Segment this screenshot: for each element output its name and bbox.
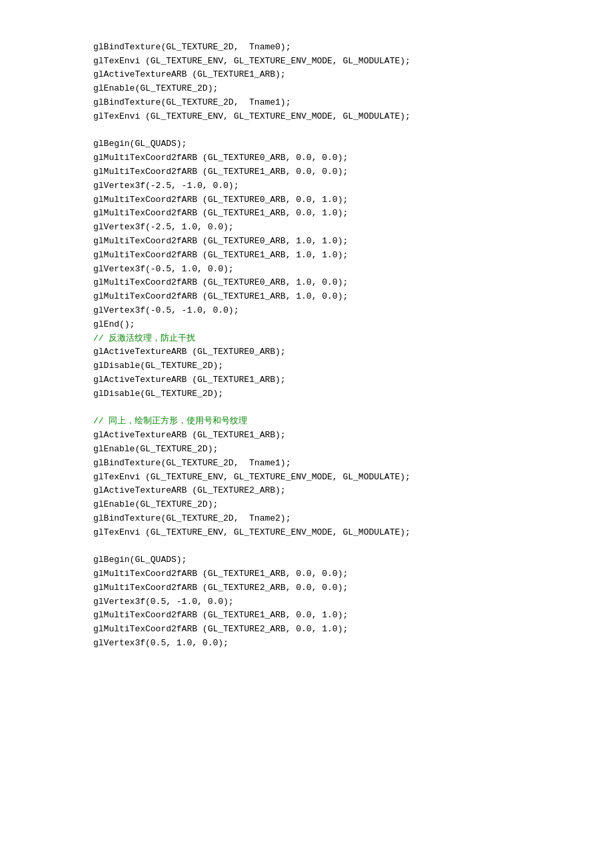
code-normal-line: glMultiTexCoord2fARB (GL_TEXTURE1_ARB, 0… <box>93 567 613 581</box>
code-normal-line: glMultiTexCoord2fARB (GL_TEXTURE2_ARB, 0… <box>93 623 613 637</box>
code-normal-line: glMultiTexCoord2fARB (GL_TEXTURE1_ARB, 0… <box>93 207 613 221</box>
blank-line <box>93 401 613 415</box>
code-normal-line: glEnd(); <box>93 318 613 332</box>
code-normal-line: glActiveTextureARB (GL_TEXTURE1_ARB); <box>93 373 613 387</box>
code-normal-line: glMultiTexCoord2fARB (GL_TEXTURE1_ARB, 0… <box>93 609 613 623</box>
code-normal-line: glActiveTextureARB (GL_TEXTURE1_ARB); <box>93 429 613 443</box>
code-normal-line: glBindTexture(GL_TEXTURE_2D, Tname0); <box>93 41 613 55</box>
code-normal-line: glVertex3f(-2.5, -1.0, 0.0); <box>93 179 613 193</box>
code-normal-line: glTexEnvi (GL_TEXTURE_ENV, GL_TEXTURE_EN… <box>93 110 613 124</box>
code-normal-line: glEnable(GL_TEXTURE_2D); <box>93 443 613 457</box>
code-normal-line: glMultiTexCoord2fARB (GL_TEXTURE2_ARB, 0… <box>93 581 613 595</box>
code-normal-line: glBindTexture(GL_TEXTURE_2D, Tname1); <box>93 96 613 110</box>
code-normal-line: glActiveTextureARB (GL_TEXTURE2_ARB); <box>93 484 613 498</box>
code-comment-line: // 反激活纹理，防止干扰 <box>93 332 613 346</box>
code-normal-line: glMultiTexCoord2fARB (GL_TEXTURE1_ARB, 0… <box>93 165 613 179</box>
blank-line <box>93 124 613 138</box>
blank-line <box>93 539 613 553</box>
code-normal-line: glVertex3f(-0.5, -1.0, 0.0); <box>93 304 613 318</box>
code-normal-line: glBegin(GL_QUADS); <box>93 137 613 151</box>
code-normal-line: glVertex3f(-2.5, 1.0, 0.0); <box>93 221 613 235</box>
code-normal-line: glBegin(GL_QUADS); <box>93 553 613 567</box>
code-normal-line: glBindTexture(GL_TEXTURE_2D, Tname2); <box>93 512 613 526</box>
code-container: glBindTexture(GL_TEXTURE_2D, Tname0);glT… <box>93 27 613 651</box>
code-normal-line: glActiveTextureARB (GL_TEXTURE0_ARB); <box>93 345 613 359</box>
code-normal-line: glTexEnvi (GL_TEXTURE_ENV, GL_TEXTURE_EN… <box>93 471 613 485</box>
code-normal-line: glMultiTexCoord2fARB (GL_TEXTURE1_ARB, 1… <box>93 290 613 304</box>
code-normal-line: glMultiTexCoord2fARB (GL_TEXTURE0_ARB, 1… <box>93 276 613 290</box>
code-comment-line: // 同上，绘制正方形，使用号和号纹理 <box>93 415 613 429</box>
code-normal-line: glTexEnvi (GL_TEXTURE_ENV, GL_TEXTURE_EN… <box>93 526 613 540</box>
code-normal-line: glActiveTextureARB (GL_TEXTURE1_ARB); <box>93 68 613 82</box>
code-normal-line: glMultiTexCoord2fARB (GL_TEXTURE0_ARB, 0… <box>93 151 613 165</box>
code-normal-line: glDisable(GL_TEXTURE_2D); <box>93 387 613 401</box>
code-normal-line: glVertex3f(0.5, 1.0, 0.0); <box>93 637 613 651</box>
code-normal-line: glMultiTexCoord2fARB (GL_TEXTURE0_ARB, 1… <box>93 235 613 249</box>
code-normal-line: glDisable(GL_TEXTURE_2D); <box>93 359 613 373</box>
code-normal-line: glVertex3f(-0.5, 1.0, 0.0); <box>93 263 613 277</box>
code-normal-line: glEnable(GL_TEXTURE_2D); <box>93 82 613 96</box>
code-normal-line: glVertex3f(0.5, -1.0, 0.0); <box>93 595 613 609</box>
code-normal-line: glTexEnvi (GL_TEXTURE_ENV, GL_TEXTURE_EN… <box>93 55 613 69</box>
code-normal-line: glBindTexture(GL_TEXTURE_2D, Tname1); <box>93 457 613 471</box>
code-normal-line: glMultiTexCoord2fARB (GL_TEXTURE1_ARB, 1… <box>93 249 613 263</box>
code-normal-line: glMultiTexCoord2fARB (GL_TEXTURE0_ARB, 0… <box>93 193 613 207</box>
code-normal-line: glEnable(GL_TEXTURE_2D); <box>93 498 613 512</box>
